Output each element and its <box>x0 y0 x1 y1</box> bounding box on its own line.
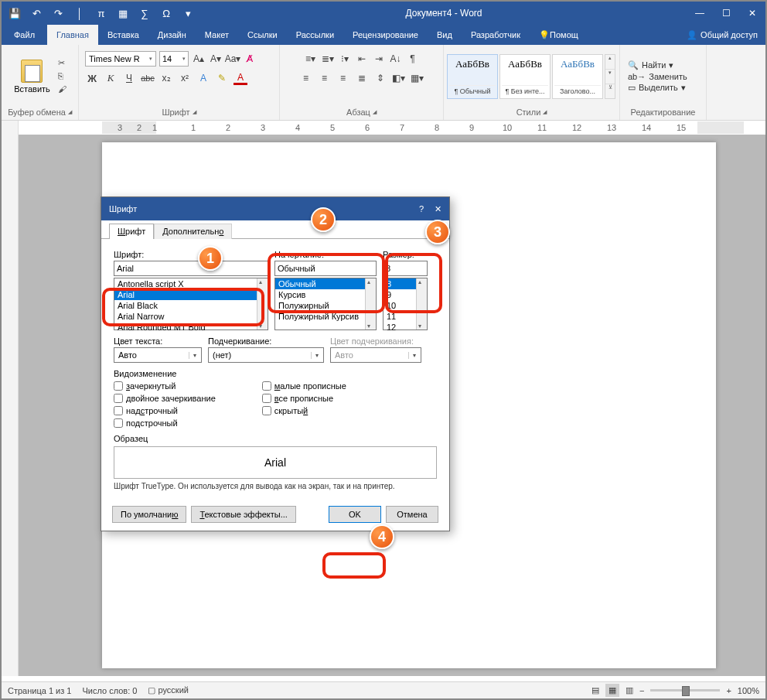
sort-icon[interactable]: A↓ <box>389 52 403 66</box>
styles-down-icon[interactable]: ▾ <box>605 69 615 84</box>
subscript-button[interactable]: x₂ <box>159 71 173 85</box>
close-button[interactable]: ✕ <box>739 2 765 25</box>
undo-icon[interactable]: ↶ <box>31 8 42 19</box>
color-combo[interactable]: Авто▾ <box>114 347 202 363</box>
clear-format-icon[interactable]: А̸ <box>243 52 257 66</box>
checkbox-sub[interactable]: подстрочный <box>114 418 216 428</box>
font-listbox[interactable]: Antonella script X Arial Arial Black Ari… <box>114 278 268 330</box>
scrollbar[interactable] <box>257 278 268 330</box>
table-icon[interactable]: ▦ <box>118 8 128 19</box>
checkbox-allcaps[interactable]: все прописные <box>262 394 346 403</box>
tab-view[interactable]: Вид <box>428 25 462 45</box>
bold-button[interactable]: Ж <box>85 71 99 85</box>
minimize-button[interactable]: — <box>687 2 713 25</box>
bullets-icon[interactable]: ≡▾ <box>304 52 318 66</box>
help-icon[interactable]: ? <box>419 204 424 214</box>
tab-mailings[interactable]: Рассылки <box>287 25 343 45</box>
view-read-icon[interactable]: ▤ <box>591 685 599 695</box>
tab-design[interactable]: Дизайн <box>148 25 196 45</box>
strike-button[interactable]: abc <box>141 71 155 85</box>
share-button[interactable]: 👤 Общий доступ <box>679 25 765 45</box>
shrink-font-icon[interactable]: A▾ <box>209 52 223 66</box>
justify-icon[interactable]: ≣ <box>355 71 369 85</box>
font-color-icon[interactable]: A <box>234 71 247 85</box>
font-size-combo[interactable]: 14▾ <box>159 51 189 67</box>
multilevel-icon[interactable]: ⁝▾ <box>338 52 352 66</box>
tab-file[interactable]: Файл <box>2 25 47 45</box>
tab-insert[interactable]: Вставка <box>98 25 148 45</box>
vertical-ruler[interactable] <box>2 135 19 676</box>
checkbox-strike[interactable]: зачеркнутый <box>114 381 216 391</box>
maximize-button[interactable]: ☐ <box>713 2 739 25</box>
zoom-level[interactable]: 100% <box>738 686 759 695</box>
size-input[interactable] <box>383 261 428 276</box>
launcher-icon[interactable]: ◢ <box>193 109 196 115</box>
styles-up-icon[interactable]: ▴ <box>605 55 615 69</box>
sum-icon[interactable]: ∑ <box>139 8 150 19</box>
dialog-tab-font[interactable]: Шрифт <box>109 224 154 239</box>
tab-review[interactable]: Рецензирование <box>343 25 428 45</box>
style-heading1[interactable]: АаБбВвЗаголово... <box>552 54 603 99</box>
zoom-in-icon[interactable]: + <box>726 686 731 695</box>
style-normal[interactable]: АаБбВв¶ Обычный <box>447 54 498 99</box>
horizontal-ruler[interactable]: 321 123456789101112131415 <box>102 121 765 134</box>
align-left-icon[interactable]: ≡ <box>299 71 313 85</box>
find-button[interactable]: 🔍 Найти ▾ <box>628 60 673 70</box>
style-input[interactable] <box>274 261 377 276</box>
scrollbar[interactable] <box>365 278 376 330</box>
borders-icon[interactable]: ▦▾ <box>411 71 424 85</box>
shading-icon[interactable]: ◧▾ <box>392 71 406 85</box>
font-name-combo[interactable]: Times New R▾ <box>85 51 156 67</box>
zoom-out-icon[interactable]: − <box>639 686 644 695</box>
pi-icon[interactable]: π <box>96 8 107 19</box>
scrollbar[interactable] <box>416 278 427 330</box>
status-lang[interactable]: ▢ русский <box>148 685 189 695</box>
superscript-button[interactable]: x² <box>178 71 192 85</box>
tab-tell-me[interactable]: 💡 Помощ <box>530 25 588 45</box>
dialog-close-icon[interactable]: ✕ <box>435 204 441 214</box>
outdent-icon[interactable]: ⇤ <box>355 52 369 66</box>
paste-button[interactable]: Вставить <box>9 58 55 95</box>
cut-icon[interactable]: ✂ <box>58 58 70 69</box>
underline-combo[interactable]: (нет)▾ <box>208 347 324 363</box>
align-right-icon[interactable]: ≡ <box>336 71 350 85</box>
underline-button[interactable]: Ч <box>122 71 136 85</box>
omega-icon[interactable]: Ω <box>161 8 172 19</box>
checkbox-dstrike[interactable]: двойное зачеркивание <box>114 394 216 403</box>
highlight-icon[interactable]: ✎ <box>215 71 229 85</box>
select-button[interactable]: ▭ Выделить ▾ <box>628 83 686 93</box>
view-print-icon[interactable]: ▦ <box>605 684 619 697</box>
zoom-slider[interactable] <box>650 689 720 691</box>
font-input[interactable] <box>114 261 268 276</box>
tab-developer[interactable]: Разработчик <box>462 25 530 45</box>
format-painter-icon[interactable]: 🖌 <box>58 84 70 95</box>
grow-font-icon[interactable]: A▴ <box>192 52 206 66</box>
italic-button[interactable]: К <box>104 71 118 85</box>
numbering-icon[interactable]: ≣▾ <box>321 52 335 66</box>
text-effects-button[interactable]: Текстовые эффекты... <box>191 506 296 523</box>
style-listbox[interactable]: Обычный Курсив Полужирный Полужирный Кур… <box>274 278 377 330</box>
indent-icon[interactable]: ⇥ <box>372 52 386 66</box>
launcher-icon[interactable]: ◢ <box>543 109 547 115</box>
status-page[interactable]: Страница 1 из 1 <box>8 686 71 695</box>
copy-icon[interactable]: ⎘ <box>58 71 70 82</box>
redo-icon[interactable]: ↷ <box>53 8 63 19</box>
checkbox-super[interactable]: надстрочный <box>114 406 216 415</box>
launcher-icon[interactable]: ◢ <box>373 109 377 115</box>
status-words[interactable]: Число слов: 0 <box>82 686 137 695</box>
size-listbox[interactable]: 8 9 10 11 12 <box>383 278 428 330</box>
change-case-icon[interactable]: Aa▾ <box>226 52 240 66</box>
align-center-icon[interactable]: ≡ <box>318 71 332 85</box>
show-marks-icon[interactable]: ¶ <box>406 52 420 66</box>
dropdown-icon[interactable]: ▾ <box>182 8 193 19</box>
save-icon[interactable]: 💾 <box>9 8 20 19</box>
text-effects-icon[interactable]: A <box>196 71 210 85</box>
tab-home[interactable]: Главная <box>47 25 98 45</box>
tab-layout[interactable]: Макет <box>196 25 238 45</box>
styles-more-icon[interactable]: ⊻ <box>605 84 615 98</box>
view-web-icon[interactable]: ▥ <box>626 685 633 695</box>
dialog-tab-advanced[interactable]: Дополнительно <box>154 224 232 239</box>
checkbox-hidden[interactable]: скрытый <box>262 406 346 415</box>
ok-button[interactable]: OK <box>329 506 381 523</box>
replace-button[interactable]: ab→ Заменить <box>628 72 687 81</box>
